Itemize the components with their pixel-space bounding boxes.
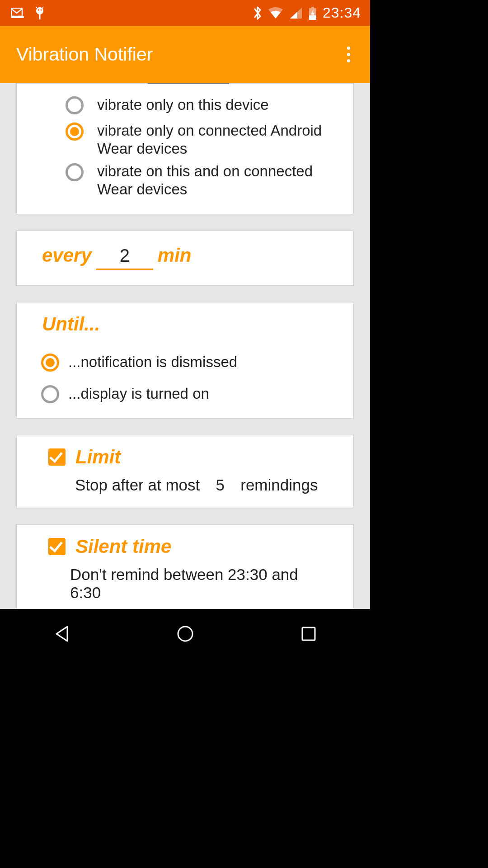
status-bar: 23:34 <box>0 0 370 26</box>
limit-count-input[interactable]: 5 <box>200 476 240 494</box>
battery-charging-icon <box>308 6 317 20</box>
android-debug-icon <box>34 7 45 19</box>
limit-card: Limit Stop after at most 5 remindings <box>16 435 354 508</box>
app-bar: Vibration Notifier <box>0 26 370 83</box>
radio-label: ...notification is dismissed <box>68 352 237 371</box>
interval-input[interactable]: 2 <box>96 245 153 270</box>
radio-label: vibrate only on connected Android Wear d… <box>97 121 341 158</box>
svg-point-3 <box>38 9 39 10</box>
page-title: Vibration Notifier <box>16 44 153 65</box>
nav-home-button[interactable] <box>158 620 212 647</box>
radio-unchecked-icon <box>41 385 59 403</box>
limit-suffix: remindings <box>240 476 318 494</box>
svg-point-2 <box>36 7 43 14</box>
radio-vibrate-this-device[interactable]: vibrate only on this device <box>17 90 353 119</box>
recent-icon <box>301 626 316 642</box>
radio-vibrate-both[interactable]: vibrate on this and on connected Wear de… <box>17 160 353 200</box>
interval-value: 2 <box>120 245 130 265</box>
radio-checked-icon <box>41 354 59 372</box>
interval-prefix: every <box>42 245 92 266</box>
gmail-icon <box>11 8 24 19</box>
radio-vibrate-wear-only[interactable]: vibrate only on connected Android Wear d… <box>17 119 353 160</box>
cellular-icon <box>289 7 303 19</box>
radio-until-display-on[interactable]: ...display is turned on <box>17 377 353 409</box>
radio-checked-icon <box>66 123 84 141</box>
silent-time-card: Silent time Don't remind between 23:30 a… <box>16 524 354 609</box>
silent-body: Don't remind between 23:30 and 6:30 <box>70 566 328 602</box>
until-title: Until... <box>17 313 353 346</box>
radio-unchecked-icon <box>66 96 84 114</box>
silent-checkbox[interactable] <box>48 538 66 555</box>
vibrate-target-card: vibrate only on this device vibrate only… <box>16 83 354 214</box>
radio-label: vibrate on this and on connected Wear de… <box>97 161 341 198</box>
limit-title: Limit <box>75 446 121 468</box>
back-icon <box>54 625 70 643</box>
nav-back-button[interactable] <box>35 620 89 647</box>
overflow-menu-button[interactable] <box>338 44 359 66</box>
limit-prefix: Stop after at most <box>75 476 200 494</box>
svg-rect-7 <box>311 7 314 8</box>
svg-point-4 <box>41 9 42 10</box>
settings-content[interactable]: vibrate only on this device vibrate only… <box>0 83 370 609</box>
interval-suffix: min <box>158 245 192 266</box>
radio-label: ...display is turned on <box>68 384 209 403</box>
status-time: 23:34 <box>323 5 361 21</box>
radio-label: vibrate only on this device <box>97 95 269 114</box>
bluetooth-icon <box>253 5 262 21</box>
radio-unchecked-icon <box>66 163 84 181</box>
svg-rect-5 <box>39 14 41 19</box>
radio-until-dismissed[interactable]: ...notification is dismissed <box>17 346 353 377</box>
limit-checkbox[interactable] <box>48 448 66 466</box>
navigation-bar <box>0 609 370 658</box>
home-icon <box>176 625 194 643</box>
svg-point-9 <box>178 627 192 641</box>
wifi-icon <box>267 7 284 19</box>
interval-card: every 2 min <box>16 231 354 286</box>
nav-recent-button[interactable] <box>282 620 336 647</box>
svg-rect-1 <box>11 16 24 18</box>
silent-title: Silent time <box>75 536 171 557</box>
svg-rect-10 <box>302 627 315 640</box>
until-card: Until... ...notification is dismissed ..… <box>16 302 354 419</box>
partial-field-underline <box>148 83 229 84</box>
more-vert-icon <box>347 47 350 62</box>
